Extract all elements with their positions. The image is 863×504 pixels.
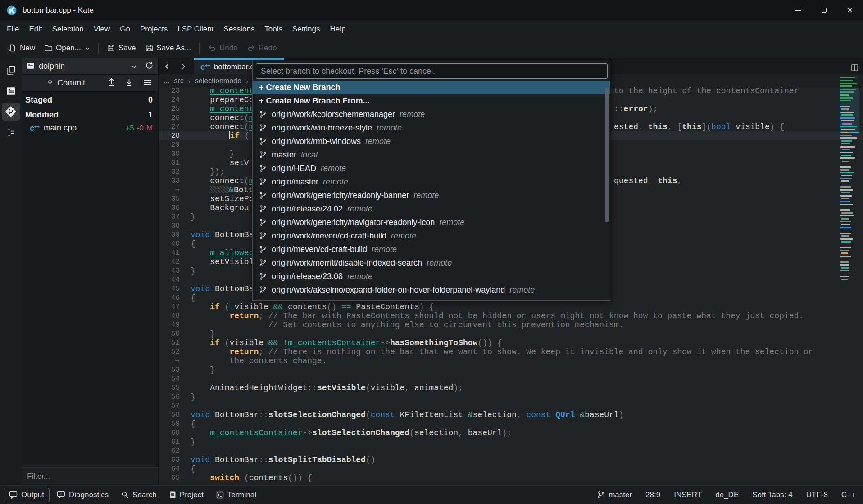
sidebar-tool-documents[interactable] xyxy=(2,61,20,79)
project-name: dolphin xyxy=(39,62,128,71)
breadcrumb-src[interactable]: src xyxy=(174,77,183,85)
toggle-label: Output xyxy=(21,490,44,500)
diagnostics-toggle-button[interactable]: Diagnostics xyxy=(51,488,114,502)
cpp-file-icon: c++ xyxy=(30,124,39,132)
branch-item[interactable]: origin/work/merritt/disable-indexed-sear… xyxy=(253,256,610,270)
line-number: 31 xyxy=(159,158,180,167)
window-maximize-button[interactable] xyxy=(811,0,837,20)
terminal-toggle-button[interactable]: Terminal xyxy=(211,488,262,502)
window-close-button[interactable]: × xyxy=(837,0,863,20)
menu-help[interactable]: Help xyxy=(325,22,350,37)
branch-item[interactable]: origin/work/win-breeze-styleremote xyxy=(253,121,610,135)
code-text: setSizePo xyxy=(191,194,254,203)
staged-section-row[interactable]: Staged 0 xyxy=(22,94,158,107)
minimap-line xyxy=(840,100,851,101)
pull-icon[interactable] xyxy=(125,78,133,88)
status-de-de[interactable]: de_DE xyxy=(715,490,739,500)
save-as-button[interactable]: Save As... xyxy=(141,40,196,56)
diagnostics-icon xyxy=(57,491,65,499)
minimap-line xyxy=(842,123,852,124)
line-number: 53 xyxy=(159,365,180,374)
branch-item[interactable]: origin/work/akselmo/expand-folder-on-hov… xyxy=(253,283,610,297)
branch-action-item[interactable]: + Create New Branch xyxy=(253,81,610,94)
back-icon[interactable] xyxy=(159,58,175,74)
branch-item[interactable]: origin/work/genericity/readonly-bannerre… xyxy=(253,189,610,202)
new-button[interactable]: New xyxy=(4,40,40,56)
commit-button[interactable]: Commit xyxy=(47,77,108,89)
status-insert[interactable]: INSERT xyxy=(674,490,702,500)
branch-name: origin/work/ xyxy=(272,299,313,301)
minimap-line xyxy=(840,89,856,90)
breadcrumb-separator: › xyxy=(188,77,191,85)
window-minimize-button[interactable] xyxy=(785,0,811,20)
status-c-[interactable]: C++ xyxy=(841,490,856,500)
forward-icon[interactable] xyxy=(175,58,191,74)
push-icon[interactable] xyxy=(108,78,115,88)
menu-sessions[interactable]: Sessions xyxy=(218,22,259,37)
code-text: m_content xyxy=(191,104,254,113)
branch-item[interactable]: origin/work/ xyxy=(253,297,610,301)
branch-search-input[interactable] xyxy=(256,63,608,79)
menu-go[interactable]: Go xyxy=(115,22,135,37)
status-soft-tabs-4[interactable]: Soft Tabs: 4 xyxy=(752,490,792,500)
search-toggle-button[interactable]: Search xyxy=(116,488,162,502)
code-text: connect(m xyxy=(191,122,254,131)
sidebar-tool-git[interactable] xyxy=(2,103,20,121)
output-toggle-button[interactable]: Output xyxy=(4,488,50,502)
minimap-scrollbar[interactable] xyxy=(840,74,860,485)
branch-list-scrollbar-thumb[interactable] xyxy=(605,87,609,222)
save-button[interactable]: Save xyxy=(102,40,141,56)
branch-item[interactable]: origin/meven/cd-craft-buildremote xyxy=(253,243,610,256)
new-tab-icon[interactable]: + xyxy=(852,58,858,60)
menu-tools[interactable]: Tools xyxy=(259,22,287,37)
menu-edit[interactable]: Edit xyxy=(24,22,47,37)
branch-item[interactable]: origin/work/rmb-windowsremote xyxy=(253,135,610,148)
breadcrumb-root[interactable]: ... xyxy=(164,77,169,85)
line-number: 55 xyxy=(159,383,180,392)
breadcrumb-selectionmode[interactable]: selectionmode xyxy=(195,77,241,85)
menu-view[interactable]: View xyxy=(89,22,115,37)
menu-selection[interactable]: Selection xyxy=(47,22,89,37)
sidebar-tool-tool-panel[interactable] xyxy=(2,123,20,141)
minimap-line xyxy=(841,108,849,110)
branch-item[interactable]: origin/release/24.02remote xyxy=(253,202,610,216)
menu-settings[interactable]: Settings xyxy=(287,22,325,37)
sidebar-tool-project-list[interactable] xyxy=(2,82,20,100)
code-line: 65 switch (contents()) { xyxy=(159,473,863,482)
branch-item[interactable]: masterlocal xyxy=(253,148,610,162)
refresh-icon[interactable] xyxy=(145,61,154,72)
menu-lsp-client[interactable]: LSP Client xyxy=(173,22,218,37)
git-project-header[interactable]: dolphin xyxy=(22,58,158,75)
code-text: if (!visible && contents() == PasteConte… xyxy=(191,302,434,311)
branch-item[interactable]: origin/work/meven/cd-craft-buildremote xyxy=(253,229,610,243)
project-toggle-button[interactable]: Project xyxy=(164,488,209,502)
menu-file[interactable]: File xyxy=(2,22,24,37)
filter-input[interactable] xyxy=(22,468,158,485)
status-master[interactable]: master xyxy=(597,490,632,500)
branch-item[interactable]: origin/work/genericity/navigator-readonl… xyxy=(253,216,610,229)
minimap-line xyxy=(840,137,857,139)
menu-projects[interactable]: Projects xyxy=(135,22,173,37)
open-button[interactable]: Open... xyxy=(40,40,95,56)
branch-item[interactable]: origin/masterremote xyxy=(253,175,610,189)
branch-icon xyxy=(259,205,267,213)
minimap-line xyxy=(841,180,849,182)
redo-icon xyxy=(247,44,255,52)
split-view-icon[interactable] xyxy=(851,64,858,73)
code-text: if ( xyxy=(191,131,250,140)
git-menu-icon[interactable] xyxy=(143,79,152,88)
modified-section-row[interactable]: Modified 1 xyxy=(22,108,158,122)
branch-icon xyxy=(259,178,267,186)
minimap-line xyxy=(840,238,853,239)
branch-item[interactable]: origin/work/kcolorschememanagerremote xyxy=(253,108,610,121)
chevron-down-icon[interactable] xyxy=(132,63,137,71)
branch-action-item[interactable]: + Create New Branch From... xyxy=(253,94,610,108)
branch-item[interactable]: origin/HEADremote xyxy=(253,162,610,175)
modified-file-row[interactable]: c++ main.cpp +5 -0 M xyxy=(22,122,158,135)
branch-list: + Create New Branch+ Create New Branch F… xyxy=(253,81,610,301)
status-28-9[interactable]: 28:9 xyxy=(645,490,660,500)
status-utf-8[interactable]: UTF-8 xyxy=(806,490,828,500)
line-number: 61 xyxy=(159,437,180,446)
chevron-down-icon[interactable] xyxy=(85,44,90,53)
branch-item[interactable]: origin/release/23.08remote xyxy=(253,270,610,283)
